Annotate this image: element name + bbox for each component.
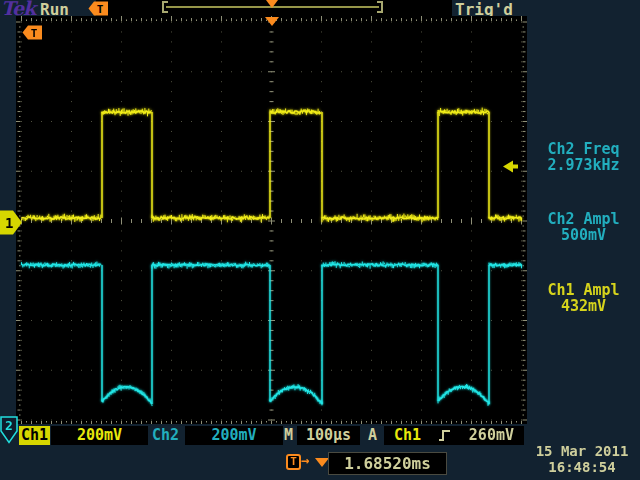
ch2-scale-value: 200mV [185,426,283,445]
ch2-position-marker: 2 [0,416,19,444]
oscilloscope-screen: Tek Run T Trig'd T 1 2 Ch2 Freq 2.973kHz… [0,0,640,480]
datetime-readout: 15 Mar 2011 16:48:54 [527,443,637,475]
record-trigger-position-icon [266,0,278,8]
date-value: 15 Mar 2011 [527,443,637,459]
delay-arrow-icon: → [301,452,309,468]
trigger-time-flag-icon: T [88,1,109,16]
record-window-right-bracket [377,1,383,13]
display-area [16,16,527,424]
time-value: 16:48:54 [527,459,637,475]
ch1-marker-number: 1 [5,215,13,231]
delayed-trigger-flag-icon: T [22,25,43,40]
measurement-ch2-freq: Ch2 Freq 2.973kHz [527,141,640,173]
measurement-label: Ch2 Freq [527,141,640,157]
measurement-label: Ch2 Ampl [527,211,640,227]
delay-trigger-icon: T [286,454,301,470]
measurement-value: 432mV [527,298,640,314]
trigger-flag-letter: T [97,3,104,16]
timebase-value: 100µs [297,426,360,445]
ch2-marker-number: 2 [5,418,13,433]
ch1-position-marker: 1 [0,210,23,235]
trigger-mode-label: A [368,426,377,445]
trigger-level-arrow-icon [503,160,519,173]
measurement-ch1-ampl: Ch1 Ampl 432mV [527,282,640,314]
ch1-scale-value: 200mV [51,426,148,445]
trigger-level-value: 260mV [469,426,514,445]
measurement-label: Ch1 Ampl [527,282,640,298]
delay-time-readout: 1.68520ms [328,452,447,475]
ch2-scale-label: Ch2 [152,426,179,445]
trigger-position-marker-icon [265,17,279,26]
waveform-graticule-canvas [16,16,527,424]
rising-edge-icon [437,428,452,443]
delayed-trigger-flag-letter: T [31,27,38,40]
measurement-value: 2.973kHz [527,157,640,173]
measurement-ch2-ampl: Ch2 Ampl 500mV [527,211,640,243]
trigger-readout: Ch1 260mV [384,426,524,445]
timebase-label: M [284,426,293,445]
delay-triangle-icon [315,458,329,467]
measurement-value: 500mV [527,227,640,243]
trigger-source: Ch1 [394,426,421,445]
ch1-scale-badge: Ch1 [19,426,50,445]
